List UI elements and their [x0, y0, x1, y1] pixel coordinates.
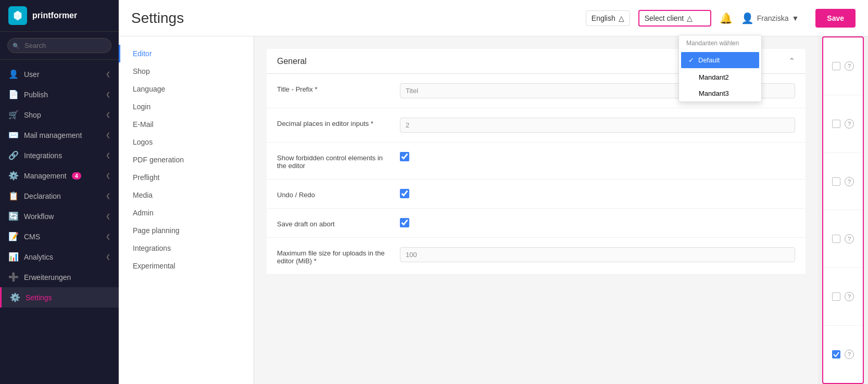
settings-nav-preflight[interactable]: Preflight — [119, 169, 254, 186]
settings-nav-language[interactable]: Language — [119, 80, 254, 98]
sidebar: printformer 👤 User ❮ 📄 Publish ❮ 🛒 Shop … — [0, 0, 119, 384]
sidebar-nav: 👤 User ❮ 📄 Publish ❮ 🛒 Shop ❮ ✉️ Mail ma… — [0, 60, 119, 384]
nav-label-erweiterungen: Erweiterungen — [24, 273, 71, 281]
nav-icon-analytics: 📊 — [8, 252, 19, 262]
nav-icon-user: 👤 — [8, 69, 19, 79]
form-label-save-draft: Save draft on abort — [277, 218, 392, 228]
form-label-undo-redo: Undo / Redo — [277, 189, 392, 199]
arrow-icon-analytics: ❮ — [106, 253, 110, 260]
sidebar-item-settings[interactable]: ⚙️ Settings — [0, 287, 119, 308]
help-icon-4[interactable]: ? — [845, 292, 854, 301]
form-row-undo-redo: Undo / Redo — [267, 180, 806, 209]
right-col-row-4: ? — [823, 268, 863, 326]
search-container — [0, 32, 119, 60]
settings-nav-admin[interactable]: Admin — [119, 204, 254, 222]
help-icon-1[interactable]: ? — [845, 119, 854, 129]
nav-label-cms: CMS — [24, 233, 40, 241]
nav-icon-publish: 📄 — [8, 89, 19, 99]
logo-icon — [8, 6, 27, 25]
user-icon: 👤 — [741, 12, 754, 24]
settings-nav-integrations[interactable]: Integrations — [119, 239, 254, 257]
language-selector[interactable]: English △ — [586, 10, 630, 26]
arrow-icon-shop: ❮ — [106, 111, 110, 118]
arrow-icon-integrations: ❮ — [106, 152, 110, 159]
dropdown-item-mandant3[interactable]: Mandant3 — [679, 85, 761, 101]
settings-nav-media[interactable]: Media — [119, 186, 254, 204]
collapse-icon[interactable]: ⌃ — [788, 56, 795, 66]
checkbox-save-draft[interactable] — [400, 218, 409, 227]
sidebar-item-erweiterungen[interactable]: ➕ Erweiterungen — [0, 267, 119, 287]
nav-label-analytics: Analytics — [24, 253, 53, 261]
nav-label-publish: Publish — [24, 91, 48, 99]
settings-nav-logos[interactable]: Logos — [119, 133, 254, 151]
nav-label-settings: Settings — [26, 293, 52, 302]
right-col-row-0: ? — [823, 37, 863, 95]
save-button[interactable]: Save — [815, 9, 856, 28]
client-dropdown: Mandanten wählen ✓ Default Mandant2 Mand… — [678, 35, 762, 102]
input-decimal-places[interactable] — [400, 118, 795, 133]
help-icon-2[interactable]: ? — [845, 177, 854, 186]
search-input[interactable] — [7, 38, 111, 53]
sidebar-item-management[interactable]: ⚙️ Management 4 ❮ — [0, 165, 119, 186]
settings-form: Title - Prefix *Decimal places in editor… — [267, 74, 806, 275]
dropdown-item-default[interactable]: ✓ Default — [681, 52, 759, 68]
dropdown-item-mandant2[interactable]: Mandant2 — [679, 69, 761, 85]
settings-nav-shop[interactable]: Shop — [119, 62, 254, 80]
user-menu[interactable]: 👤 Franziska ▼ — [741, 12, 799, 24]
nav-icon-workflow: 🔄 — [8, 211, 19, 221]
nav-icon-declaration: 📋 — [8, 191, 19, 201]
settings-nav-page-planning[interactable]: Page planning — [119, 222, 254, 239]
form-label-show-forbidden: Show forbidden control elements in the e… — [277, 152, 392, 170]
settings-nav-editor[interactable]: Editor — [119, 45, 254, 62]
sidebar-item-cms[interactable]: 📝 CMS ❮ — [0, 226, 119, 247]
nav-label-shop: Shop — [24, 111, 41, 119]
settings-nav-pdf-generation[interactable]: PDF generation — [119, 151, 254, 169]
right-col-row-3: ? — [823, 210, 863, 268]
user-name: Franziska — [757, 14, 789, 22]
client-selector[interactable]: Select client △ — [638, 10, 711, 27]
section-title: General — [277, 57, 307, 66]
help-icon-0[interactable]: ? — [845, 61, 854, 71]
settings-nav-experimental[interactable]: Experimental — [119, 257, 254, 275]
sidebar-item-user[interactable]: 👤 User ❮ — [0, 64, 119, 84]
chevron-down-icon: △ — [619, 14, 624, 22]
form-label-max-file-size: Maximum file size for uploads in the edi… — [277, 247, 392, 265]
help-icon-5[interactable]: ? — [845, 350, 854, 359]
arrow-icon-mail-management: ❮ — [106, 132, 110, 138]
checkbox-show-forbidden[interactable] — [400, 152, 409, 161]
checkbox-undo-redo[interactable] — [400, 189, 409, 198]
right-col-checkbox-0[interactable] — [832, 62, 840, 70]
header: Settings English △ Select client △ Manda… — [119, 0, 868, 36]
nav-icon-shop: 🛒 — [8, 110, 19, 120]
nav-label-integrations: Integrations — [24, 151, 62, 160]
sidebar-item-publish[interactable]: 📄 Publish ❮ — [0, 84, 119, 105]
sidebar-item-declaration[interactable]: 📋 Declaration ❮ — [0, 186, 119, 206]
help-icon-3[interactable]: ? — [845, 234, 854, 244]
arrow-icon-user: ❮ — [106, 71, 110, 78]
nav-icon-erweiterungen: ➕ — [8, 272, 19, 282]
sidebar-item-mail-management[interactable]: ✉️ Mail management ❮ — [0, 125, 119, 145]
sidebar-logo: printformer — [0, 0, 119, 32]
page-title: Settings — [131, 10, 184, 27]
settings-nav-email[interactable]: E-Mail — [119, 116, 254, 133]
notifications-icon[interactable]: 🔔 — [720, 12, 733, 24]
sidebar-item-shop[interactable]: 🛒 Shop ❮ — [0, 105, 119, 125]
dropdown-header: Mandanten wählen — [679, 35, 761, 51]
app-name: printformer — [32, 11, 77, 20]
sidebar-item-workflow[interactable]: 🔄 Workflow ❮ — [0, 206, 119, 226]
right-col-checkbox-1[interactable] — [832, 120, 840, 128]
right-col-checkbox-4[interactable] — [832, 292, 840, 301]
settings-navigation: EditorShopLanguageLoginE-MailLogosPDF ge… — [119, 36, 254, 384]
sidebar-item-integrations[interactable]: 🔗 Integrations ❮ — [0, 145, 119, 165]
nav-label-mail-management: Mail management — [24, 131, 82, 139]
right-col-checkbox-5[interactable] — [832, 350, 840, 359]
input-max-file-size[interactable] — [400, 247, 795, 262]
nav-icon-integrations: 🔗 — [8, 150, 19, 160]
sidebar-item-analytics[interactable]: 📊 Analytics ❮ — [0, 247, 119, 267]
main-content: Settings English △ Select client △ Manda… — [119, 0, 868, 384]
right-col-checkbox-3[interactable] — [832, 235, 840, 243]
right-col-checkbox-2[interactable] — [832, 177, 840, 186]
chevron-down-icon: △ — [687, 14, 693, 22]
settings-nav-login[interactable]: Login — [119, 98, 254, 116]
language-label: English — [592, 14, 615, 22]
